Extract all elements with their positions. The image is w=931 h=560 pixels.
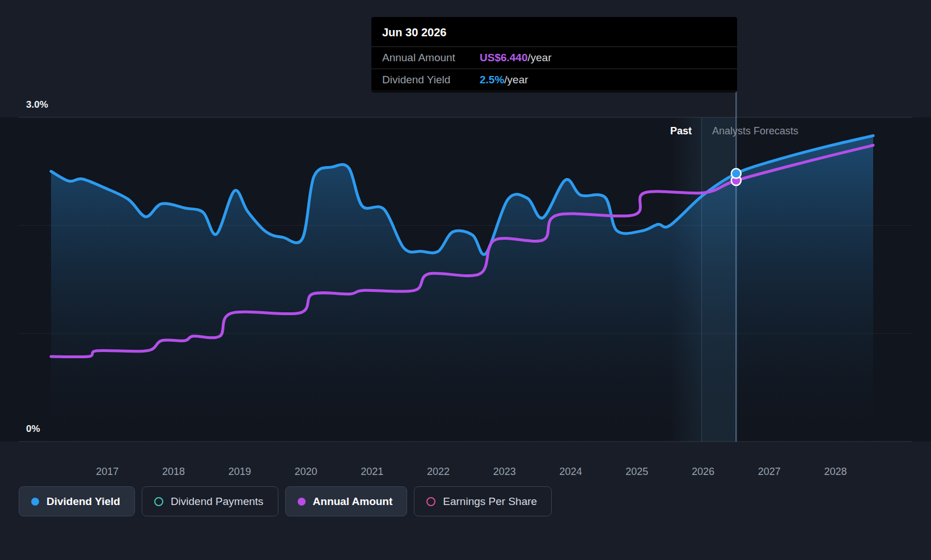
tooltip-label: Annual Amount [382, 52, 480, 64]
legend-label: Annual Amount [313, 495, 393, 508]
tooltip-date: Jun 30 2026 [371, 19, 737, 47]
legend-label: Earnings Per Share [443, 495, 537, 508]
earnings-per-share-circle-icon [426, 497, 435, 506]
chart-legend: Dividend Yield Dividend Payments Annual … [19, 486, 552, 516]
dividend-chart-panel: 3.0% 0% Past Analysts Forecasts 20172018… [0, 0, 931, 560]
tooltip-value: 2.5% [480, 74, 504, 86]
dividend-payments-circle-icon [154, 497, 163, 506]
legend-dividend-payments[interactable]: Dividend Payments [142, 486, 278, 516]
legend-label: Dividend Payments [171, 495, 264, 508]
tooltip-value-group: US$6.440/year [480, 52, 552, 64]
forecast-region-label: Analysts Forecasts [712, 125, 798, 137]
legend-annual-amount[interactable]: Annual Amount [285, 486, 408, 516]
past-region-label: Past [595, 125, 692, 137]
tooltip-label: Dividend Yield [382, 74, 480, 86]
legend-dividend-yield[interactable]: Dividend Yield [19, 486, 135, 516]
y-axis-max-label: 3.0% [26, 99, 48, 111]
tooltip-row-annual-amount: Annual Amount US$6.440/year [371, 47, 737, 69]
dividend-yield-marker[interactable] [731, 169, 741, 179]
tooltip-value-group: 2.5%/year [480, 74, 528, 86]
tooltip-suffix: /year [504, 74, 528, 86]
tooltip-suffix: /year [528, 52, 552, 63]
chart-tooltip: Jun 30 2026 Annual Amount US$6.440/year … [371, 17, 737, 92]
dividend-yield-dot-icon [31, 498, 39, 506]
legend-earnings-per-share[interactable]: Earnings Per Share [414, 486, 552, 516]
annual-amount-dot-icon [298, 498, 306, 506]
legend-label: Dividend Yield [46, 495, 120, 508]
tooltip-value: US$6.440 [480, 52, 528, 63]
y-axis-min-label: 0% [26, 423, 40, 435]
tooltip-row-dividend-yield: Dividend Yield 2.5%/year [371, 69, 737, 91]
